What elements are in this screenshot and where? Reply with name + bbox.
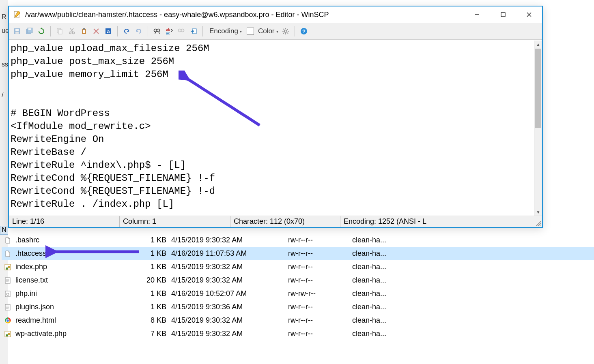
file-owner: clean-ha... bbox=[352, 330, 433, 338]
minimize-button[interactable] bbox=[464, 6, 490, 23]
editor-body: php_value upload_max_filesize 256M php_v… bbox=[9, 41, 542, 216]
status-line: Line: 1/16 bbox=[9, 216, 120, 227]
file-date: 4/16/2019 11:07:53 AM bbox=[171, 249, 288, 258]
table-row[interactable]: .bashrc1 KB4/15/2019 9:30:32 AMrw-r--r--… bbox=[2, 233, 594, 247]
svg-line-57 bbox=[287, 33, 288, 34]
svg-line-56 bbox=[283, 29, 284, 30]
scroll-down-icon[interactable]: ▼ bbox=[534, 208, 542, 216]
file-date: 4/15/2019 9:30:36 AM bbox=[171, 303, 288, 311]
file-icon bbox=[3, 249, 12, 258]
svg-line-45 bbox=[159, 32, 159, 34]
file-name: plugins.json bbox=[15, 303, 54, 311]
svg-rect-25 bbox=[15, 32, 19, 34]
paste-button[interactable] bbox=[78, 26, 90, 37]
svg-point-32 bbox=[73, 32, 75, 34]
find-button[interactable] bbox=[151, 26, 163, 37]
file-owner: clean-ha... bbox=[352, 263, 433, 271]
titlebar[interactable]: /var/www/public/clean-hamster/.htaccess … bbox=[9, 6, 542, 23]
status-character: Character: 112 (0x70) bbox=[230, 216, 340, 227]
save-button[interactable] bbox=[11, 26, 23, 37]
delete-button[interactable] bbox=[90, 26, 102, 37]
file-permissions: rw-r--r-- bbox=[288, 276, 352, 285]
svg-rect-20 bbox=[501, 13, 505, 17]
color-swatch[interactable] bbox=[247, 28, 254, 35]
color-dropdown[interactable]: Color▾ bbox=[255, 27, 279, 35]
color-label: Color bbox=[258, 27, 275, 35]
file-owner: clean-ha... bbox=[352, 236, 433, 244]
svg-point-31 bbox=[69, 32, 71, 34]
redo-button[interactable] bbox=[133, 26, 144, 37]
table-row[interactable]: license.txt20 KB4/15/2019 9:30:32 AMrw-r… bbox=[2, 274, 594, 287]
editor-window: /var/www/public/clean-hamster/.htaccess … bbox=[8, 6, 543, 228]
svg-rect-2 bbox=[8, 266, 10, 268]
table-row[interactable]: readme.html8 KB4/15/2019 9:30:32 AMrw-r-… bbox=[2, 314, 594, 327]
file-icon bbox=[3, 289, 12, 298]
file-size: 20 KB bbox=[140, 276, 171, 285]
find-next-button[interactable] bbox=[176, 26, 187, 37]
file-date: 4/15/2019 9:30:32 AM bbox=[171, 263, 288, 271]
scroll-thumb[interactable] bbox=[535, 49, 541, 128]
help-button[interactable]: ? bbox=[298, 26, 310, 37]
copy-button[interactable] bbox=[54, 26, 65, 37]
vertical-scrollbar[interactable]: ▲ ▼ bbox=[534, 41, 542, 216]
file-owner: clean-ha... bbox=[352, 289, 433, 298]
chevron-down-icon: ▾ bbox=[276, 29, 278, 34]
file-permissions: rw-r--r-- bbox=[288, 263, 352, 271]
separator bbox=[50, 26, 51, 36]
resize-grip[interactable] bbox=[534, 219, 541, 226]
table-row[interactable]: .htaccess1 KB4/16/2019 11:07:53 AMrw-r--… bbox=[2, 247, 594, 260]
file-name: readme.html bbox=[15, 316, 56, 325]
reload-button[interactable] bbox=[36, 26, 47, 37]
table-row[interactable]: wp-activate.php7 KB4/15/2019 9:30:32 AMr… bbox=[2, 327, 594, 340]
select-all-button[interactable]: a bbox=[103, 26, 114, 37]
file-name: wp-activate.php bbox=[15, 330, 67, 338]
file-permissions: rw-rw-r-- bbox=[288, 289, 352, 298]
file-size: 1 KB bbox=[140, 249, 171, 258]
table-row[interactable]: php.ini1 KB4/16/2019 10:52:07 AMrw-rw-r-… bbox=[2, 287, 594, 300]
svg-rect-28 bbox=[28, 28, 31, 30]
svg-rect-36 bbox=[83, 28, 85, 30]
svg-rect-30 bbox=[58, 30, 62, 34]
scroll-track[interactable] bbox=[534, 129, 542, 208]
svg-rect-1 bbox=[6, 268, 8, 270]
encoding-dropdown[interactable]: Encoding▾ bbox=[206, 27, 243, 35]
file-icon bbox=[3, 263, 12, 272]
separator bbox=[202, 26, 203, 36]
svg-rect-37 bbox=[83, 30, 85, 33]
goto-button[interactable] bbox=[188, 26, 199, 37]
svg-point-43 bbox=[157, 29, 160, 32]
settings-button[interactable] bbox=[280, 26, 291, 37]
maximize-button[interactable] bbox=[490, 6, 516, 23]
file-name: index.php bbox=[15, 263, 47, 271]
file-icon bbox=[3, 303, 12, 312]
file-permissions: rw-r--r-- bbox=[288, 249, 352, 258]
window-title: /var/www/public/clean-hamster/.htaccess … bbox=[25, 11, 464, 19]
svg-line-58 bbox=[287, 29, 288, 30]
file-owner: clean-ha... bbox=[352, 276, 433, 285]
svg-text:a: a bbox=[107, 28, 110, 34]
file-list[interactable]: .bashrc1 KB4/15/2019 9:30:32 AMrw-r--r--… bbox=[2, 233, 594, 340]
scroll-up-icon[interactable]: ▲ bbox=[534, 41, 542, 48]
separator bbox=[295, 26, 295, 36]
svg-text:ac: ac bbox=[166, 31, 170, 35]
file-name: .bashrc bbox=[15, 236, 39, 244]
file-icon bbox=[3, 236, 12, 245]
file-size: 1 KB bbox=[140, 303, 171, 311]
cut-button[interactable] bbox=[66, 26, 77, 37]
file-date: 4/15/2019 9:30:32 AM bbox=[171, 316, 288, 325]
file-date: 4/15/2019 9:30:32 AM bbox=[171, 330, 288, 338]
svg-point-49 bbox=[181, 29, 184, 32]
close-button[interactable] bbox=[516, 6, 542, 23]
svg-rect-7 bbox=[5, 291, 10, 297]
code-editor[interactable]: php_value upload_max_filesize 256M php_v… bbox=[9, 41, 534, 216]
replace-button[interactable]: abac bbox=[164, 26, 175, 37]
save-all-button[interactable] bbox=[24, 26, 35, 37]
file-name: license.txt bbox=[15, 276, 48, 285]
file-icon bbox=[3, 276, 12, 285]
toolbar: a abac Encoding▾ Color▾ ? bbox=[9, 23, 542, 40]
table-row[interactable]: index.php1 KB4/15/2019 9:30:32 AMrw-r--r… bbox=[2, 260, 594, 274]
status-column: Column: 1 bbox=[120, 216, 230, 227]
file-owner: clean-ha... bbox=[352, 316, 433, 325]
undo-button[interactable] bbox=[121, 26, 132, 37]
table-row[interactable]: plugins.json1 KB4/15/2019 9:30:36 AMrw-r… bbox=[2, 300, 594, 314]
